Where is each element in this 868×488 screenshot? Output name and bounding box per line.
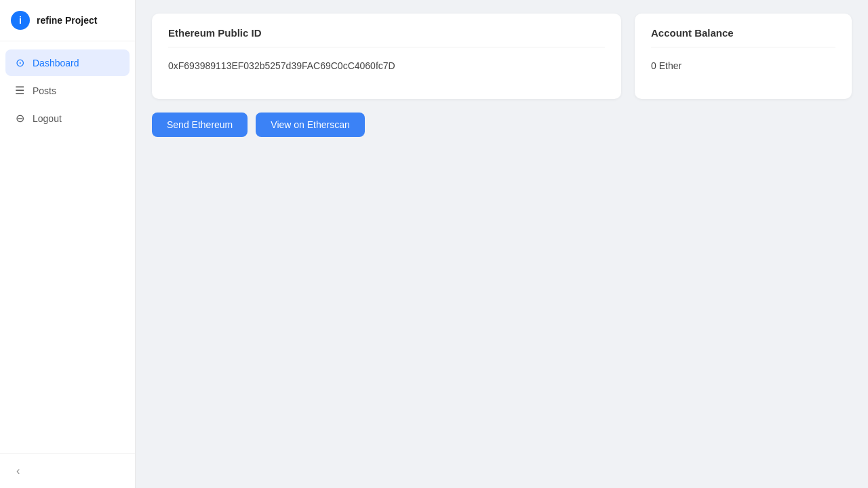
sidebar-item-logout[interactable]: ⊖ Logout (5, 105, 130, 131)
posts-icon: ☰ (14, 84, 26, 97)
sidebar-item-dashboard-label: Dashboard (33, 58, 79, 68)
view-etherscan-button[interactable]: View on Etherscan (256, 113, 364, 137)
chevron-left-icon: ‹ (16, 465, 20, 476)
sidebar: i refine Project ⊙ Dashboard ☰ Posts ⊖ L… (0, 0, 136, 488)
account-balance-card-title: Account Balance (651, 27, 835, 47)
app-title: refine Project (37, 15, 97, 26)
cards-row: Ethereum Public ID 0xF693989113EF032b525… (152, 14, 852, 99)
action-buttons-row: Send Ethereum View on Etherscan (152, 113, 852, 137)
logout-icon: ⊖ (14, 112, 26, 125)
account-balance-card: Account Balance 0 Ether (635, 14, 852, 99)
sidebar-navigation: ⊙ Dashboard ☰ Posts ⊖ Logout (0, 41, 135, 453)
sidebar-item-dashboard[interactable]: ⊙ Dashboard (5, 49, 130, 76)
send-ethereum-button[interactable]: Send Ethereum (152, 113, 248, 137)
sidebar-item-logout-label: Logout (33, 113, 62, 124)
account-balance-value: 0 Ether (651, 58, 835, 85)
ethereum-id-card: Ethereum Public ID 0xF693989113EF032b525… (152, 14, 621, 99)
ethereum-id-card-title: Ethereum Public ID (168, 27, 605, 47)
sidebar-collapse-area: ‹ (0, 453, 135, 488)
sidebar-item-posts-label: Posts (33, 85, 56, 96)
logo-icon: i (11, 11, 30, 30)
ethereum-id-value: 0xF693989113EF032b5257d39FAC69C0cC4060fc… (168, 58, 605, 85)
main-content: Ethereum Public ID 0xF693989113EF032b525… (136, 0, 868, 488)
app-logo: i refine Project (0, 0, 135, 41)
collapse-sidebar-button[interactable]: ‹ (11, 462, 25, 480)
dashboard-icon: ⊙ (14, 56, 26, 69)
sidebar-item-posts[interactable]: ☰ Posts (5, 77, 130, 104)
